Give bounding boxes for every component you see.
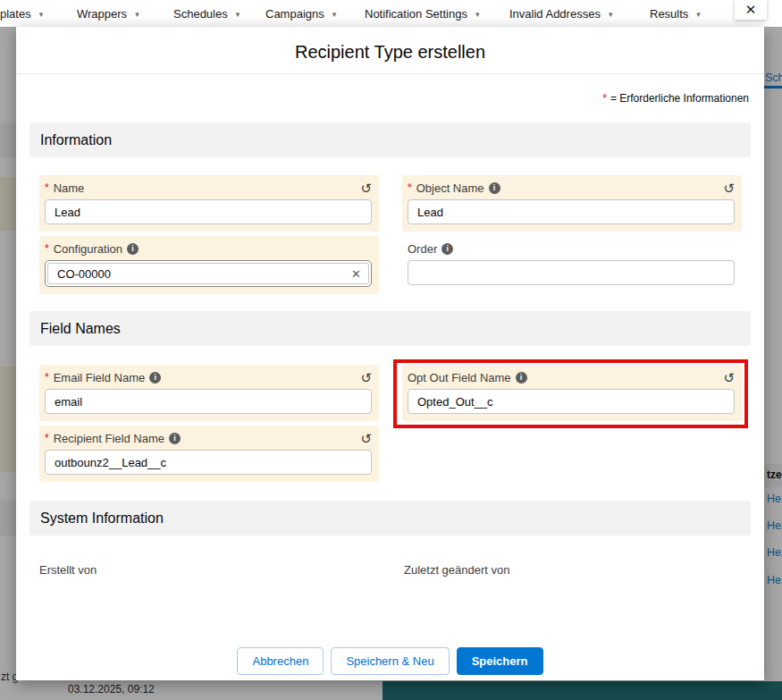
email-field-input[interactable] bbox=[45, 389, 372, 414]
name-input[interactable] bbox=[45, 199, 372, 224]
section-information: Information bbox=[29, 122, 751, 157]
tab-campaigns[interactable]: Campaigns ▾ bbox=[265, 7, 336, 21]
section-field-names: Field Names bbox=[29, 311, 751, 346]
field-email-field-name: * Email Field Name i ↺ bbox=[39, 365, 379, 421]
configuration-combobox[interactable]: ✕ bbox=[45, 260, 372, 287]
tab-label: Notification Settings bbox=[365, 7, 467, 21]
save-and-new-button[interactable]: Speichern & Neu bbox=[331, 647, 449, 675]
required-asterisk: * bbox=[602, 92, 607, 105]
tab-label: Campaigns bbox=[265, 7, 324, 21]
close-button[interactable]: ✕ bbox=[735, 0, 767, 20]
tab-notification-settings[interactable]: Notification Settings ▾ bbox=[365, 7, 479, 21]
field-label: Configuration bbox=[54, 242, 122, 256]
undo-icon[interactable]: ↺ bbox=[360, 181, 372, 195]
opt-out-field-input[interactable] bbox=[408, 389, 735, 414]
recipient-field-input[interactable] bbox=[45, 450, 372, 475]
field-label: Order bbox=[408, 242, 437, 256]
tab-label: Wrappers bbox=[77, 7, 127, 21]
field-name: * Name ↺ bbox=[39, 175, 379, 232]
info-icon[interactable]: i bbox=[169, 433, 181, 444]
close-icon: ✕ bbox=[745, 2, 757, 18]
chevron-down-icon[interactable]: ▾ bbox=[332, 10, 337, 19]
required-asterisk: * bbox=[45, 371, 49, 384]
tab-wrappers[interactable]: Wrappers ▾ bbox=[77, 7, 139, 21]
info-icon[interactable]: i bbox=[127, 243, 139, 255]
undo-icon[interactable]: ↺ bbox=[723, 371, 735, 384]
chevron-down-icon[interactable]: ▾ bbox=[39, 10, 44, 19]
object-name-input[interactable] bbox=[408, 199, 735, 224]
info-icon[interactable]: i bbox=[441, 243, 453, 255]
save-button[interactable]: Speichern bbox=[457, 647, 543, 675]
field-recipient-field-name: * Recipient Field Name i ↺ bbox=[39, 426, 379, 482]
undo-icon[interactable]: ↺ bbox=[360, 432, 372, 445]
tab-templates[interactable]: plates ▾ bbox=[0, 7, 43, 21]
field-object-name: * Object Name i ↺ bbox=[402, 175, 742, 232]
page-title: Recipient Type erstellen bbox=[16, 39, 764, 64]
tab-label: plates bbox=[0, 7, 31, 21]
field-configuration: * Configuration i ✕ bbox=[39, 236, 379, 294]
field-label: Object Name bbox=[416, 181, 484, 195]
recipient-type-modal: Recipient Type erstellen *= Erforderlich… bbox=[16, 27, 764, 680]
screenshot-stage: plates ▾ Wrappers ▾ Schedules ▾ Campaign… bbox=[0, 0, 782, 700]
required-note-text: = Erforderliche Informationen bbox=[610, 92, 749, 105]
field-label: Name bbox=[54, 181, 85, 195]
order-input[interactable] bbox=[408, 260, 735, 285]
info-icon[interactable]: i bbox=[489, 182, 500, 194]
required-asterisk: * bbox=[45, 181, 49, 194]
configuration-input[interactable] bbox=[47, 263, 369, 284]
tab-label: Invalid Addresses bbox=[509, 7, 601, 21]
tab-bar: plates ▾ Wrappers ▾ Schedules ▾ Campaign… bbox=[0, 0, 782, 27]
required-asterisk: * bbox=[408, 181, 412, 194]
undo-icon[interactable]: ↺ bbox=[723, 181, 735, 195]
info-icon[interactable]: i bbox=[149, 372, 161, 384]
field-label: Recipient Field Name bbox=[54, 432, 164, 445]
cancel-button[interactable]: Abbrechen bbox=[237, 647, 324, 675]
required-asterisk: * bbox=[45, 432, 49, 444]
tab-results[interactable]: Results ▾ bbox=[650, 7, 701, 21]
header-divider bbox=[16, 73, 764, 74]
chevron-down-icon[interactable]: ▾ bbox=[696, 10, 701, 19]
undo-icon[interactable]: ↺ bbox=[360, 371, 372, 384]
modal-footer: Abbrechen Speichern & Neu Speichern bbox=[16, 647, 764, 675]
tab-label: Schedules bbox=[173, 7, 228, 21]
required-info-note: *= Erforderliche Informationen bbox=[602, 92, 749, 105]
required-asterisk: * bbox=[45, 242, 49, 255]
modified-by-label: Zuletzt geändert von bbox=[404, 563, 510, 577]
tab-invalid-addresses[interactable]: Invalid Addresses ▾ bbox=[509, 7, 612, 21]
field-label: Opt Out Field Name bbox=[408, 371, 511, 384]
section-system-information: System Information bbox=[29, 501, 751, 536]
info-icon[interactable]: i bbox=[516, 372, 527, 384]
field-order: Order i bbox=[402, 236, 742, 292]
chevron-down-icon[interactable]: ▾ bbox=[135, 10, 139, 19]
chevron-down-icon[interactable]: ▾ bbox=[609, 10, 613, 19]
tab-schedules[interactable]: Schedules ▾ bbox=[173, 7, 240, 21]
chevron-down-icon[interactable]: ▾ bbox=[475, 10, 480, 19]
chevron-down-icon[interactable]: ▾ bbox=[236, 10, 240, 19]
tab-label: Results bbox=[650, 7, 688, 21]
field-opt-out-field-name: Opt Out Field Name i ↺ bbox=[402, 365, 742, 421]
field-label: Email Field Name bbox=[54, 371, 146, 384]
created-by-label: Erstellt von bbox=[39, 563, 97, 577]
clear-icon[interactable]: ✕ bbox=[351, 268, 361, 280]
